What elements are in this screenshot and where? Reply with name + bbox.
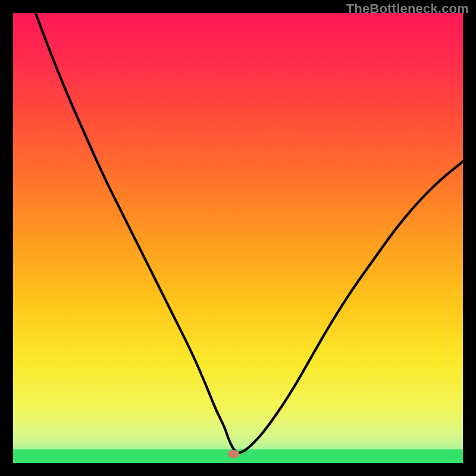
plot-area	[13, 13, 463, 463]
gradient-background	[13, 13, 463, 463]
chart-frame: TheBottleneck.com	[0, 0, 476, 476]
optimal-point-marker	[227, 450, 239, 458]
